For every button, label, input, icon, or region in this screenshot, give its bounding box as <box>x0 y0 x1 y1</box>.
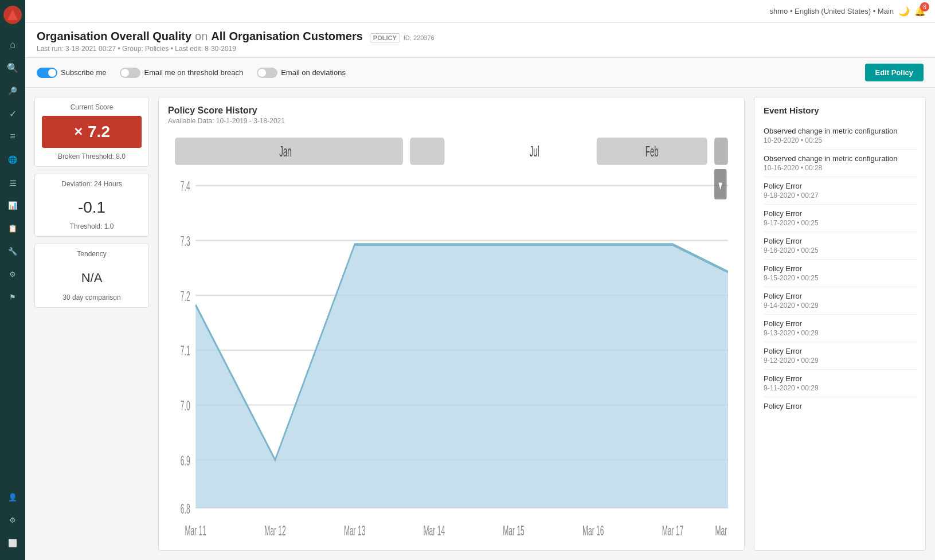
sidebar-icon-chart[interactable]: 📊 <box>2 195 23 216</box>
svg-text:Mar 15: Mar 15 <box>503 523 525 539</box>
svg-text:6.9: 6.9 <box>181 453 190 469</box>
deviation-title: Deviation: 24 Hours <box>42 180 142 188</box>
page-meta: Last run: 3-18-2021 00:27 • Group: Polic… <box>37 45 924 53</box>
deviation-value: -0.1 <box>42 193 142 222</box>
policy-id: ID: 220376 <box>404 34 435 41</box>
svg-rect-3 <box>714 138 728 165</box>
event-time: 9-13-2020 • 00:29 <box>764 329 916 337</box>
sidebar-icon-doc[interactable]: 📋 <box>2 218 23 238</box>
event-name: Observed change in metric configuration <box>764 127 916 135</box>
list-item[interactable]: Policy Error <box>764 397 916 415</box>
deviation-threshold: Threshold: 1.0 <box>42 222 142 230</box>
event-time: 10-20-2020 • 00:25 <box>764 136 916 144</box>
svg-text:7.1: 7.1 <box>181 343 190 359</box>
threshold-toggle[interactable] <box>120 68 140 78</box>
subscribe-toggle-group: Subscribe me <box>37 68 106 78</box>
list-item[interactable]: Observed change in metric configuration … <box>764 150 916 177</box>
deviation-toggle[interactable] <box>257 68 277 78</box>
score-value: 7.2 <box>88 123 110 141</box>
sidebar: ⌂ 🔍 🔎 ✓ ≡ 🌐 ≣ 📊 📋 🔧 ⚙ ⚑ 👤 ⚙ ⬜ <box>0 0 25 560</box>
sidebar-icon-settings[interactable]: ⚙ <box>2 510 23 530</box>
threshold-toggle-group: Email me on threshold breach <box>120 68 243 78</box>
list-item[interactable]: Policy Error 9-11-2020 • 00:29 <box>764 370 916 397</box>
score-x-icon: ✕ <box>73 125 83 139</box>
svg-text:Mar 12: Mar 12 <box>264 523 286 539</box>
svg-text:▼: ▼ <box>717 179 723 193</box>
sidebar-icon-list[interactable]: ≡ <box>2 126 23 147</box>
svg-text:Mar 17: Mar 17 <box>662 523 684 539</box>
subscribe-label: Subscribe me <box>61 68 106 77</box>
sidebar-icon-search2[interactable]: 🔎 <box>2 80 23 101</box>
list-item[interactable]: Policy Error 9-16-2020 • 00:25 <box>764 232 916 260</box>
svg-text:7.2: 7.2 <box>181 288 190 304</box>
page-title-scope: All Organisation Customers <box>211 30 363 43</box>
event-time: 9-18-2020 • 00:27 <box>764 191 916 199</box>
svg-rect-1 <box>410 138 444 165</box>
svg-text:Jul: Jul <box>530 143 539 159</box>
svg-text:Jan: Jan <box>279 143 291 159</box>
event-list: Observed change in metric configuration … <box>764 122 916 415</box>
score-panel: Current Score ✕ 7.2 Broken Threshold: 8.… <box>34 97 149 551</box>
sidebar-icon-globe[interactable]: 🌐 <box>2 149 23 170</box>
notification-bell[interactable]: 🔔 8 <box>914 6 926 17</box>
list-item[interactable]: Policy Error 9-13-2020 • 00:29 <box>764 315 916 342</box>
chart-panel: Policy Score History Available Data: 10-… <box>158 97 745 551</box>
page-title-row: Organisation Overall Quality on All Orga… <box>37 30 924 43</box>
svg-text:7.3: 7.3 <box>181 234 190 249</box>
svg-text:7.0: 7.0 <box>181 398 190 414</box>
moon-icon[interactable]: 🌙 <box>898 6 910 17</box>
svg-text:Mar: Mar <box>715 523 727 539</box>
sidebar-icon-screen[interactable]: ⬜ <box>2 532 23 553</box>
event-time: 10-16-2020 • 00:28 <box>764 164 916 172</box>
sidebar-icon-search[interactable]: 🔍 <box>2 57 23 78</box>
list-item[interactable]: Policy Error 9-18-2020 • 00:27 <box>764 177 916 205</box>
list-item[interactable]: Policy Error 9-17-2020 • 00:25 <box>764 205 916 232</box>
tendency-card: Tendency N/A 30 day comparison <box>34 244 149 308</box>
sidebar-icon-cog[interactable]: ⚙ <box>2 264 23 284</box>
event-name: Observed change in metric configuration <box>764 154 916 163</box>
svg-text:Mar 11: Mar 11 <box>185 523 206 539</box>
sidebar-icon-menu[interactable]: ≣ <box>2 172 23 193</box>
svg-text:Mar 13: Mar 13 <box>344 523 366 539</box>
policy-badge: POLICY <box>370 33 400 42</box>
event-name: Policy Error <box>764 209 916 218</box>
event-time: 9-11-2020 • 00:29 <box>764 384 916 392</box>
content-area: Current Score ✕ 7.2 Broken Threshold: 8.… <box>25 88 935 560</box>
sidebar-icon-wrench[interactable]: 🔧 <box>2 241 23 261</box>
event-name: Policy Error <box>764 347 916 355</box>
deviation-card: Deviation: 24 Hours -0.1 Threshold: 1.0 <box>34 174 149 237</box>
event-name: Policy Error <box>764 402 916 410</box>
deviation-toggle-group: Email on deviations <box>257 68 346 78</box>
event-name: Policy Error <box>764 374 916 383</box>
sidebar-icon-check[interactable]: ✓ <box>2 103 23 124</box>
event-name: Policy Error <box>764 292 916 300</box>
sidebar-icon-person[interactable]: ⚑ <box>2 287 23 307</box>
list-item[interactable]: Policy Error 9-12-2020 • 00:29 <box>764 342 916 370</box>
current-score-card: Current Score ✕ 7.2 Broken Threshold: 8.… <box>34 97 149 167</box>
current-score-title: Current Score <box>42 103 142 111</box>
event-name: Policy Error <box>764 319 916 328</box>
subscribe-toggle[interactable] <box>37 68 57 78</box>
current-score-box: ✕ 7.2 <box>42 116 142 148</box>
sidebar-icon-user[interactable]: 👤 <box>2 487 23 507</box>
svg-text:Mar 14: Mar 14 <box>424 523 445 539</box>
svg-text:6.8: 6.8 <box>181 501 190 516</box>
list-item[interactable]: Policy Error 9-14-2020 • 00:29 <box>764 287 916 315</box>
tendency-title: Tendency <box>42 250 142 258</box>
notification-badge: 8 <box>920 2 929 11</box>
page-title-main: Organisation Overall Quality <box>37 30 191 43</box>
event-history-title: Event History <box>764 105 916 115</box>
main-content: shmo • English (United States) • Main 🌙 … <box>25 0 935 560</box>
list-item[interactable]: Policy Error 9-15-2020 • 00:25 <box>764 260 916 287</box>
deviation-label: Email on deviations <box>281 68 346 77</box>
tendency-value: N/A <box>42 263 142 293</box>
sidebar-icon-home[interactable]: ⌂ <box>2 34 23 55</box>
svg-text:7.4: 7.4 <box>181 179 190 194</box>
threshold-label: Email me on threshold breach <box>144 68 243 77</box>
list-item[interactable]: Observed change in metric configuration … <box>764 122 916 150</box>
svg-text:Feb: Feb <box>645 143 659 159</box>
event-name: Policy Error <box>764 237 916 245</box>
chart-title: Policy Score History <box>168 105 735 116</box>
edit-policy-button[interactable]: Edit Policy <box>865 64 924 81</box>
sidebar-logo[interactable] <box>3 6 22 24</box>
